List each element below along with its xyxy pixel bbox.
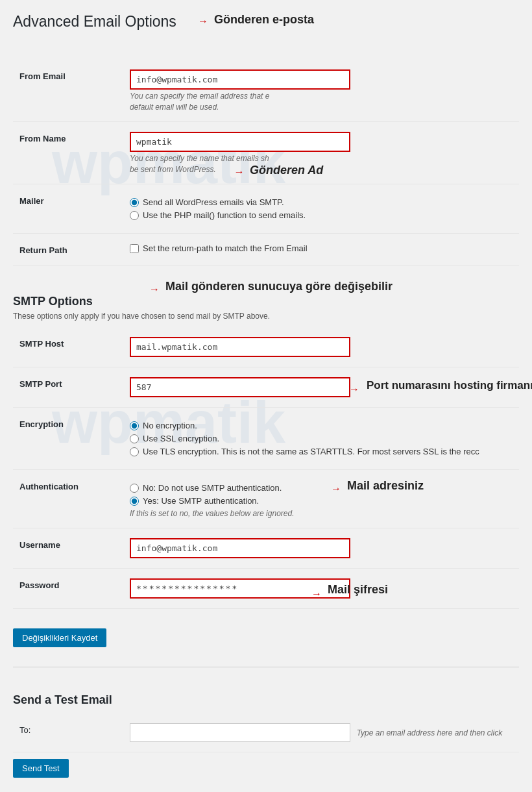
smtp-host-label: SMTP Host (13, 327, 117, 367)
encryption-tls-option[interactable]: Use TLS encryption. This is not the same… (130, 447, 513, 456)
password-label: Password (13, 569, 117, 609)
mailer-phpmail-option[interactable]: Use the PHP mail() function to send emai… (130, 210, 513, 220)
test-to-field-cell: Type an email address here and then clic… (117, 713, 519, 752)
password-row: Password → Mail şifresi (13, 569, 519, 609)
smtp-host-input[interactable] (130, 337, 350, 357)
authentication-label: Authentication (13, 470, 117, 528)
send-test-button[interactable]: Send Test (13, 759, 69, 778)
encryption-label: Encryption (13, 408, 117, 470)
username-input[interactable] (130, 538, 350, 558)
encryption-none-label: No encryption. (143, 421, 197, 430)
arrow-ad-icon: → (234, 166, 244, 178)
username-label: Username (13, 528, 117, 569)
from-name-hint1: You can specify the name that emails sh (130, 154, 269, 163)
annotation-gonderen-ad: Gönderen Ad (250, 164, 323, 177)
auth-yes-option[interactable]: Yes: Use SMTP authentication. (130, 496, 513, 506)
username-field-cell (117, 528, 519, 569)
auth-yes-radio[interactable] (130, 497, 139, 506)
mailer-field-cell: Send all WordPress emails via SMTP. Use … (117, 184, 519, 234)
mailer-label: Mailer (13, 184, 117, 234)
return-path-row: Return Path Set the return-path to match… (13, 234, 519, 266)
encryption-none-radio[interactable] (130, 421, 139, 430)
authentication-radio-group: No: Do not use SMTP authentication. Yes:… (130, 483, 513, 506)
mailer-smtp-radio[interactable] (130, 198, 139, 207)
save-button-container: Değişiklikleri Kaydet (13, 622, 519, 654)
encryption-row: Encryption No encryption. Use SSL encryp… (13, 408, 519, 470)
smtp-host-field-cell (117, 327, 519, 367)
from-name-row: From Name You can specify the name that … (13, 122, 519, 184)
password-field-cell: → Mail şifresi (117, 569, 519, 609)
return-path-field-cell: Set the return-path to match the From Em… (117, 234, 519, 266)
from-email-field-cell: You can specify the email address that e… (117, 60, 519, 122)
arrow-port-icon: → (349, 384, 359, 395)
smtp-port-field-cell: → Port numarasını hosting firmanızdan öğ… (117, 367, 519, 408)
smtp-port-input[interactable] (130, 377, 350, 397)
test-email-table: To: Type an email address here and then … (13, 713, 519, 752)
encryption-radio-group: No encryption. Use SSL encryption. Use T… (130, 421, 513, 456)
annotation-gonderen-eposta: Gönderen e-posta (214, 13, 314, 27)
arrow-auth-icon: → (331, 483, 341, 495)
from-name-hint2: be sent from WordPress. (130, 165, 216, 174)
encryption-ssl-radio[interactable] (130, 434, 139, 443)
encryption-ssl-label: Use SSL encryption. (143, 434, 219, 443)
annotation-mail-sifresi: Mail şifresi (328, 583, 388, 597)
send-test-button-container: Send Test (13, 759, 519, 778)
mailer-radio-group: Send all WordPress emails via SMTP. Use … (130, 197, 513, 220)
test-to-hint: Type an email address here and then clic… (357, 728, 503, 737)
encryption-field-cell: No encryption. Use SSL encryption. Use T… (117, 408, 519, 470)
test-to-label: To: (13, 713, 117, 752)
from-email-input[interactable] (130, 69, 350, 90)
return-path-checkbox-group: Set the return-path to match the From Em… (130, 243, 513, 253)
auth-hint: If this is set to no, the values below a… (130, 509, 363, 518)
from-email-label: From Email (13, 60, 117, 122)
arrow-password-icon: → (311, 588, 322, 600)
username-row: Username (13, 528, 519, 569)
page-title: Advanced Email Options (13, 13, 176, 31)
save-button[interactable]: Değişiklikleri Kaydet (13, 628, 106, 647)
annotation-port: Port numarasını hosting firmanızdan öğre… (367, 379, 532, 392)
authentication-row: Authentication No: Do not use SMTP authe… (13, 470, 519, 528)
from-email-hint1: You can specify the email address that e (130, 92, 269, 101)
mailer-phpmail-label: Use the PHP mail() function to send emai… (143, 210, 306, 220)
from-email-row: From Email You can specify the email add… (13, 60, 519, 122)
arrow-eposta-icon: → (198, 16, 208, 27)
from-name-field-cell: You can specify the name that emails sh … (117, 122, 519, 184)
encryption-tls-label: Use TLS encryption. This is not the same… (143, 447, 479, 456)
from-email-hint2: default email will be used. (130, 103, 219, 112)
from-name-label: From Name (13, 122, 117, 184)
annotation-mail-sunucu: Mail gönderen sunucuya göre değişebilir (165, 280, 393, 293)
annotation-mail-adresi: Mail adresiniz (347, 479, 424, 493)
mailer-phpmail-radio[interactable] (130, 211, 139, 220)
smtp-port-label: SMTP Port (13, 367, 117, 408)
smtp-section: SMTP Options → Mail gönderen sunucuya gö… (13, 278, 519, 609)
smtp-section-desc: These options only apply if you have cho… (13, 312, 519, 321)
encryption-ssl-option[interactable]: Use SSL encryption. (130, 434, 513, 443)
encryption-none-option[interactable]: No encryption. (130, 421, 513, 430)
auth-no-option[interactable]: No: Do not use SMTP authentication. (130, 483, 513, 493)
smtp-form-table: SMTP Host SMTP Port → Port numarasını ho… (13, 327, 519, 609)
smtp-port-row: SMTP Port → Port numarasını hosting firm… (13, 367, 519, 408)
mailer-smtp-option[interactable]: Send all WordPress emails via SMTP. (130, 197, 513, 207)
auth-yes-label: Yes: Use SMTP authentication. (143, 496, 259, 506)
return-path-checkbox[interactable] (130, 244, 139, 253)
mailer-row: Mailer Send all WordPress emails via SMT… (13, 184, 519, 234)
arrow-sunucu-icon: → (149, 284, 160, 295)
authentication-field-cell: No: Do not use SMTP authentication. Yes:… (117, 470, 519, 528)
smtp-host-row: SMTP Host (13, 327, 519, 367)
form-table: From Email You can specify the email add… (13, 60, 519, 266)
test-to-row: To: Type an email address here and then … (13, 713, 519, 752)
test-email-section: Send a Test Email To: Type an email addr… (13, 667, 519, 778)
smtp-section-title: SMTP Options (13, 295, 93, 308)
mailer-smtp-label: Send all WordPress emails via SMTP. (143, 197, 284, 207)
test-to-input[interactable] (130, 723, 350, 742)
auth-no-radio[interactable] (130, 484, 139, 493)
return-path-checkbox-label: Set the return-path to match the From Em… (143, 243, 308, 253)
test-email-title: Send a Test Email (13, 693, 519, 707)
return-path-label: Return Path (13, 234, 117, 266)
encryption-tls-radio[interactable] (130, 447, 139, 456)
from-name-input[interactable] (130, 132, 350, 152)
auth-no-label: No: Do not use SMTP authentication. (143, 483, 282, 493)
